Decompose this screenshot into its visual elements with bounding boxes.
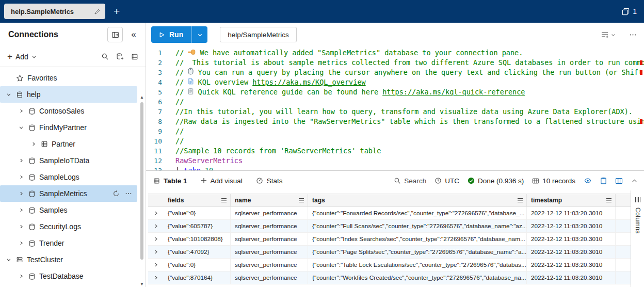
- cell-fields[interactable]: {"value":0}: [164, 207, 231, 219]
- tree-item-findmypartner[interactable]: FindMyPartner: [0, 119, 137, 136]
- code-line[interactable]: // This tutorial is about sample metrics…: [175, 58, 644, 68]
- cell-tags[interactable]: {"counter":"Forwarded Records/sec","coun…: [308, 207, 527, 219]
- cell-name[interactable]: sqlserver_performance: [231, 272, 308, 284]
- cell-timestamp[interactable]: 2022-12-12 11:03:20.3010: [527, 272, 616, 284]
- tree-item-securitylogs[interactable]: SecurityLogs: [0, 218, 137, 235]
- column-header-name[interactable]: name: [235, 197, 251, 204]
- column-header-tags[interactable]: tags: [312, 197, 325, 204]
- code-line[interactable]: //In this tutorial, you will learn how t…: [175, 107, 644, 117]
- expand-row-icon[interactable]: [153, 275, 158, 280]
- chevron-right-icon[interactable]: [18, 191, 25, 196]
- code-line[interactable]: //Raw data is ingested into the "RawServ…: [175, 117, 644, 126]
- cell-fields[interactable]: {"value":870164}: [164, 272, 231, 284]
- cell-tags[interactable]: {"counter":"Page Splits/sec","counter_ty…: [308, 246, 527, 258]
- code-line[interactable]: //: [175, 126, 644, 136]
- columns-side-panel-toggle[interactable]: Columns: [631, 190, 644, 287]
- timezone-button[interactable]: UTC: [434, 177, 459, 185]
- table-row[interactable]: {"value":101082808}sqlserver_performance…: [148, 233, 631, 246]
- code-line[interactable]: // We have automatically added "SampleMe…: [175, 48, 644, 58]
- column-menu-icon[interactable]: [517, 198, 523, 203]
- column-header-timestamp[interactable]: timestamp: [531, 197, 562, 204]
- code-line[interactable]: //Sample 10 records from 'RawServerMetri…: [175, 146, 644, 156]
- code-area[interactable]: // We have automatically added "SampleMe…: [170, 46, 644, 170]
- toggle-pane-icon[interactable]: [107, 27, 123, 42]
- scroll-up-icon[interactable]: ▲: [140, 95, 144, 100]
- search-results-button[interactable]: Search: [394, 177, 426, 185]
- tree-item-contososales[interactable]: ContosoSales: [0, 103, 137, 119]
- add-visual-button[interactable]: Add visual: [201, 177, 243, 185]
- cell-tags[interactable]: {"counter":"Table Lock Escalations/sec",…: [308, 259, 527, 271]
- cell-fields[interactable]: {"value":101082808}: [164, 233, 231, 245]
- tree-item-samplemetrics[interactable]: SampleMetrics: [0, 185, 137, 202]
- table-view-icon[interactable]: [131, 53, 138, 60]
- tree-item-testcluster[interactable]: TestCluster: [0, 251, 137, 268]
- column-menu-icon[interactable]: [606, 198, 612, 203]
- tree-item-testdatabase[interactable]: TestDatabase: [0, 268, 137, 284]
- chevron-down-icon[interactable]: [5, 92, 12, 97]
- chevron-right-icon[interactable]: [18, 224, 25, 229]
- add-database-icon[interactable]: [116, 53, 124, 60]
- more-actions-icon[interactable]: [125, 190, 132, 197]
- tree-scrollbar[interactable]: ▲ ▼: [139, 95, 145, 287]
- collapse-results-icon[interactable]: [631, 178, 638, 184]
- expand-row-icon[interactable]: [153, 236, 158, 242]
- table-row[interactable]: {"value":47092}sqlserver_performance{"co…: [148, 246, 631, 259]
- edit-icon[interactable]: [94, 8, 101, 15]
- cell-name[interactable]: sqlserver_performance: [231, 233, 308, 245]
- tree-item-favorites[interactable]: Favorites: [0, 70, 137, 86]
- cell-timestamp[interactable]: 2022-12-12 11:03:20.3010: [527, 246, 616, 258]
- tree-item-sampleiotdata[interactable]: SampleIoTData: [0, 152, 137, 169]
- add-connection-button[interactable]: + Add: [7, 52, 37, 61]
- code-line[interactable]: //: [175, 136, 644, 146]
- collapse-panel-icon[interactable]: «: [127, 27, 140, 42]
- expand-row-icon[interactable]: [153, 224, 158, 229]
- cell-timestamp[interactable]: 2022-12-12 11:03:20.3010: [527, 233, 616, 245]
- cell-timestamp[interactable]: 2022-12-12 11:03:20.3010: [527, 207, 616, 219]
- search-icon[interactable]: [101, 53, 109, 60]
- tree-item-samples[interactable]: Samples: [0, 202, 137, 218]
- chevron-right-icon[interactable]: [30, 141, 37, 147]
- chevron-right-icon[interactable]: [18, 158, 25, 163]
- cell-name[interactable]: sqlserver_performance: [231, 259, 308, 271]
- table-row[interactable]: {"value":0}sqlserver_performance{"counte…: [148, 259, 631, 272]
- editor-actions-button[interactable]: [601, 31, 616, 38]
- cell-tags[interactable]: {"counter":"Full Scans/sec","counter_typ…: [308, 220, 527, 232]
- query-scope-box[interactable]: help/SampleMetrics: [220, 27, 297, 42]
- table-row[interactable]: {"value":870164}sqlserver_performance{"c…: [148, 272, 631, 284]
- code-line[interactable]: //: [175, 97, 644, 107]
- run-options-chevron-icon[interactable]: [192, 26, 207, 43]
- eye-icon[interactable]: [584, 177, 592, 184]
- new-tab-icon[interactable]: +: [114, 5, 120, 18]
- tree-item-samplelogs[interactable]: SampleLogs: [0, 169, 137, 185]
- cell-name[interactable]: sqlserver_performance: [231, 246, 308, 258]
- table-row[interactable]: {"value":0}sqlserver_performance{"counte…: [148, 207, 631, 220]
- chevron-right-icon[interactable]: [18, 208, 25, 213]
- code-line[interactable]: | take 10: [175, 166, 644, 170]
- expand-row-icon[interactable]: [153, 249, 158, 254]
- expand-row-icon[interactable]: [153, 211, 158, 216]
- tree-item-partner[interactable]: Partner: [0, 136, 137, 152]
- tree-item-trender[interactable]: Trender: [0, 235, 137, 251]
- chevron-right-icon[interactable]: [18, 274, 25, 279]
- cell-timestamp[interactable]: 2022-12-12 11:03:20.3010: [527, 220, 616, 232]
- chevron-right-icon[interactable]: [18, 174, 25, 180]
- code-line[interactable]: // KQL overview https://aka.ms/KQL_overv…: [175, 77, 644, 87]
- more-options-icon[interactable]: [629, 31, 637, 39]
- scroll-down-icon[interactable]: ▼: [140, 282, 144, 287]
- cell-fields[interactable]: {"value":605787}: [164, 220, 231, 232]
- chevron-right-icon[interactable]: [18, 108, 25, 114]
- column-menu-icon[interactable]: [221, 198, 227, 203]
- tab-table1[interactable]: Table 1: [153, 177, 187, 185]
- cell-timestamp[interactable]: 2022-12-12 11:03:20.3010: [527, 259, 616, 271]
- cell-name[interactable]: sqlserver_performance: [231, 220, 308, 232]
- columns-layout-icon[interactable]: [615, 178, 623, 184]
- chevron-right-icon[interactable]: [18, 241, 25, 246]
- cell-tags[interactable]: {"counter":"Index Searches/sec","counter…: [308, 233, 527, 245]
- cell-name[interactable]: sqlserver_performance: [231, 207, 308, 219]
- column-menu-icon[interactable]: [298, 198, 304, 203]
- tree-item-help[interactable]: help: [0, 86, 137, 103]
- tab-stats[interactable]: Stats: [256, 177, 283, 185]
- cell-tags[interactable]: {"counter":"Workfiles Created/sec","coun…: [308, 272, 527, 284]
- code-line[interactable]: // You can run a query by placing the cu…: [175, 68, 644, 77]
- window-count-button[interactable]: 1: [622, 7, 637, 15]
